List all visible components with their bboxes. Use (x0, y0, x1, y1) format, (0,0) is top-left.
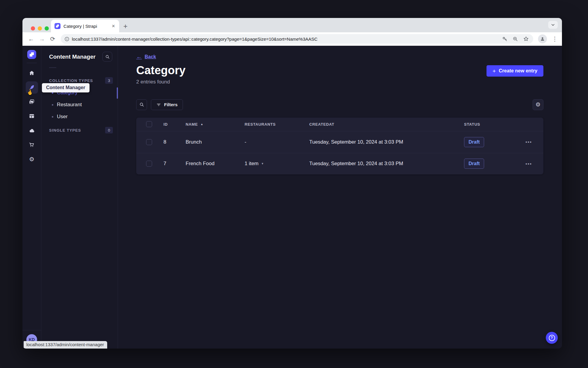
password-key-icon[interactable] (502, 36, 508, 42)
nav-content-type-builder[interactable] (26, 110, 38, 122)
collection-types-label: COLLECTION TYPES (49, 78, 93, 83)
cell-restaurants[interactable]: 1 item▼ (245, 161, 309, 167)
select-all-checkbox[interactable] (146, 121, 152, 127)
create-new-entry-label: Create new entry (499, 68, 537, 74)
url-bar[interactable]: localhost:1337/admin/content-manager/col… (61, 34, 533, 44)
browser-profile-avatar[interactable] (538, 34, 547, 43)
layout-icon (29, 113, 35, 119)
subnav-item-label: User (57, 114, 68, 120)
strapi-favicon-icon (54, 23, 60, 29)
browser-menu-button[interactable]: ⋮ (552, 35, 558, 42)
cell-createdat: Tuesday, September 10, 2024 at 3:03 PM (309, 161, 464, 167)
question-mark-icon: ? (549, 335, 555, 341)
entries-count: 2 entries found (136, 79, 186, 85)
cell-name: Brunch (186, 139, 245, 145)
subnav-item-label: Restaurant (57, 102, 82, 108)
gear-icon: ⚙ (29, 156, 34, 162)
page-title: Category (136, 64, 186, 77)
nav-settings[interactable]: ⚙ (26, 153, 38, 165)
cell-name: French Food (186, 161, 245, 167)
cell-restaurants: - (245, 139, 309, 145)
arrow-left-icon: ← (136, 54, 142, 60)
status-badge: Draft (464, 137, 484, 147)
bookmark-star-icon[interactable] (523, 36, 529, 42)
view-settings-button[interactable]: ⚙ (533, 99, 543, 110)
subnav-item-user[interactable]: User (49, 111, 118, 123)
browser-tab[interactable]: Category | Strapi × (51, 20, 119, 32)
close-window-button[interactable] (31, 26, 35, 31)
zoom-page-icon[interactable] (513, 36, 518, 42)
sort-ascending-icon: ▲ (201, 123, 204, 126)
back-link[interactable]: ← Back (136, 54, 156, 60)
new-tab-button[interactable]: + (123, 23, 128, 30)
list-toolbar: Filters ⚙ (136, 99, 543, 110)
content-manager-tooltip: Content Manager (42, 83, 90, 92)
caret-down-icon: ▼ (261, 162, 264, 165)
shopping-cart-icon (29, 142, 35, 148)
help-button[interactable]: ? (546, 332, 558, 344)
single-types-label: SINGLE TYPES (49, 128, 81, 133)
row-actions-button[interactable]: ••• (525, 161, 532, 166)
column-header-name[interactable]: NAME▲ (186, 122, 245, 127)
chevron-down-icon (551, 23, 555, 27)
table-row[interactable]: 8 Brunch - Tuesday, September 10, 2024 a… (136, 131, 543, 153)
column-header-status[interactable]: STATUS (464, 122, 522, 127)
active-item-indicator (117, 87, 118, 99)
bullet-icon (52, 116, 53, 118)
filters-button[interactable]: Filters (151, 99, 183, 110)
subnav-item-restaurant[interactable]: Restaurant (49, 99, 118, 111)
nav-home[interactable] (26, 67, 38, 79)
home-icon (29, 70, 35, 76)
strapi-admin: ☝ ⚙ KD Content Manager (22, 46, 562, 349)
nav-cloud[interactable] (26, 124, 38, 137)
nav-media-library[interactable] (26, 96, 38, 108)
strapi-logo[interactable] (27, 50, 36, 59)
search-icon (139, 102, 144, 107)
subnav-divider (49, 67, 56, 68)
entries-table: ID NAME▲ RESTAURANTS CREATEDAT STATUS 8 … (136, 118, 543, 174)
gear-icon: ⚙ (535, 102, 540, 107)
search-icon (105, 54, 110, 59)
window-controls (31, 26, 49, 31)
tab-search-button[interactable] (548, 21, 558, 29)
tab-strip: Category | Strapi × + (22, 18, 562, 32)
minimize-window-button[interactable] (38, 26, 42, 31)
plus-icon: + (492, 68, 496, 74)
collection-types-section: COLLECTION TYPES 3 (49, 77, 118, 84)
single-types-section: SINGLE TYPES 0 (49, 127, 118, 133)
close-tab-icon[interactable]: × (110, 23, 116, 29)
table-row[interactable]: 7 French Food 1 item▼ Tuesday, September… (136, 153, 543, 174)
cell-id: 8 (163, 139, 186, 145)
nav-content-manager[interactable]: ☝ (26, 81, 38, 94)
nav-marketplace[interactable] (26, 139, 38, 151)
back-label: Back (145, 54, 156, 60)
url-text[interactable]: localhost:1337/admin/content-manager/col… (72, 37, 500, 42)
site-info-icon[interactable] (64, 37, 69, 42)
column-header-createdat[interactable]: CREATEDAT (309, 122, 464, 127)
row-checkbox[interactable] (146, 161, 152, 167)
column-header-id[interactable]: ID (163, 122, 186, 127)
column-header-restaurants[interactable]: RESTAURANTS (245, 122, 309, 127)
browser-window: Category | Strapi × + ← → ⟳ localhost:13… (22, 18, 562, 349)
row-checkbox[interactable] (146, 139, 152, 145)
subnav-title: Content Manager (49, 54, 96, 60)
row-actions-button[interactable]: ••• (525, 139, 532, 145)
reload-button[interactable]: ⟳ (48, 34, 57, 43)
maximize-window-button[interactable] (45, 26, 49, 31)
browser-toolbar: ← → ⟳ localhost:1337/admin/content-manag… (22, 32, 562, 46)
rail-divider (27, 63, 37, 63)
back-button[interactable]: ← (27, 34, 36, 43)
media-library-icon (29, 99, 35, 105)
filter-icon (156, 102, 161, 107)
search-entries-button[interactable] (136, 99, 147, 110)
forward-button[interactable]: → (37, 34, 46, 43)
subnav-search-button[interactable] (102, 52, 112, 62)
person-icon (540, 36, 545, 42)
status-badge: Draft (464, 159, 484, 169)
single-types-count-badge: 0 (105, 127, 113, 133)
cloud-icon (29, 127, 35, 134)
bullet-icon (52, 104, 53, 106)
omnibox-actions (502, 36, 530, 42)
cell-createdat: Tuesday, September 10, 2024 at 3:03 PM (309, 139, 464, 145)
create-new-entry-button[interactable]: + Create new entry (487, 65, 543, 77)
